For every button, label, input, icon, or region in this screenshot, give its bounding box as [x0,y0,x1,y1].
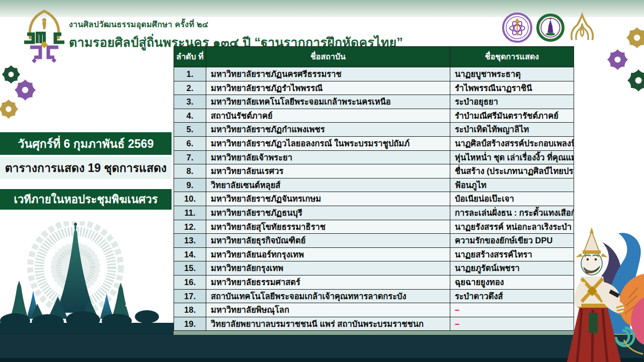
no-cell: 14. [174,247,206,261]
table-row: 17.สถาบันเทคโนโลยีพระจอมเกล้าเจ้าคุณทหาร… [174,289,574,303]
schedule-table-wrap: ลำดับ ที่ ชื่อสถาบัน ชื่อชุดการแสดง 1.มห… [174,46,574,331]
bottom-dark-band [0,335,644,358]
no-cell: 10. [174,192,206,206]
no-cell: 17. [174,289,206,303]
flower-ornament-icon [606,48,629,71]
performance-cell: การละเล่นฝั่งธน : กระตั้วแทงเสือกับเพลงเ… [450,206,574,220]
no-cell: 9. [174,178,206,192]
no-cell: 5. [174,123,206,137]
table-row: 12.มหาวิทยาลัยสุโขทัยธรรมาธิราชนาฏยรังสร… [174,220,574,234]
no-cell: 8. [174,164,206,178]
no-cell: 6. [174,136,206,150]
institution-cell: วิทยาลัยพยาบาลบรมราชชนนี แพร่ สถาบันพระบ… [206,317,450,331]
festival-emblem-icon [19,8,69,66]
no-cell: 11. [174,206,206,220]
no-cell: 12. [174,220,206,234]
institution-cell: มหาวิทยาลัยธรรมศาสตร์ [206,275,450,289]
no-cell: 2. [174,81,206,95]
institution-cell: มหาวิทยาลัยราชภัฏกำแพงเพชร [206,123,450,137]
khon-dancer-illustration [549,227,644,362]
institution-cell: มหาวิทยาลัยราชภัฏนครศรีธรรมราช [206,67,450,81]
performance-cell: นาฏศิลป์สร้างสรรค์ประกอบเพลงนิราศเมืองปท… [450,136,574,150]
table-row: 15.มหาวิทยาลัยกรุงเทพนาฏยภูรัตน์เพชรา [174,261,574,276]
university-seal-green-icon [536,14,565,42]
no-cell: 3. [174,95,206,109]
table-row: 14.มหาวิทยาลัยนอร์ทกรุงเทพนาฏยสร้างสรรค์… [174,247,574,261]
table-row: 4.สถาบันรัชต์ภาคย์รำบำมณีศรีมันตรารัชต์ภ… [174,109,574,123]
institution-cell: วิทยาลัยเซนต์หลุยส์ [206,178,450,192]
university-seal-purple-icon [502,13,532,43]
gold-crown-emblem-icon [569,12,596,43]
col-header-institution: ชื่อสถาบัน [206,47,450,67]
venue-banner: เวทีภายในหอประชุมพิฆเนศวร [0,189,172,210]
institution-cell: มหาวิทยาลัยเจ้าพระยา [206,150,450,164]
poster-page: งานศิลปวัฒนธรรมอุดมศึกษา ครั้งที่ ๒๔ ตาม… [0,0,644,362]
flower-ornament-icon [0,99,19,120]
performance-cell: ชื่นสร้าง (ประเภทนาฏศิลป์ไทยประยุกต์) [450,164,574,178]
seal-row [502,12,596,43]
table-row: 13.มหาวิทยาลัยธุรกิจบัณฑิตย์ความรักของยั… [174,234,574,248]
performance-cell: นาฏยบูชาพระธาตุ [450,67,574,81]
table-row: 8.มหาวิทยาลัยนเรศวรชื่นสร้าง (ประเภทนาฏศ… [174,164,574,178]
performance-cell: ป๋อเนียน่อเป๊ะเจา [450,192,574,206]
institution-cell: มหาวิทยาลัยเทคโนโลยีพระจอมเกล้าพระนครเหน… [206,95,450,109]
table-row: 19.วิทยาลัยพยาบาลบรมราชชนนี แพร่ สถาบันพ… [174,317,574,331]
institution-cell: มหาวิทยาลัยนอร์ทกรุงเทพ [206,247,450,261]
no-cell: 7. [174,150,206,164]
table-row: 16.มหาวิทยาลัยธรรมศาสตร์ฉุยฉายยูงทอง [174,275,574,289]
institution-cell: สถาบันรัชต์ภาคย์ [206,109,450,123]
table-row: 2.มหาวิทยาลัยราชภัฏรำไพพรรณีรำไพพรรณีนาฏ… [174,81,574,95]
show-count-banner: ตารางการแสดง 19 ชุดการแสดง [0,157,172,179]
institution-cell: มหาวิทยาลัยสุโขทัยธรรมาธิราช [206,220,450,234]
flower-ornament-icon [625,26,644,49]
no-cell: 4. [174,109,206,123]
institution-cell: มหาวิทยาลัยราชภัฏจันทรเกษม [206,192,450,206]
table-row: 3.มหาวิทยาลัยเทคโนโลยีพระจอมเกล้าพระนครเ… [174,95,574,109]
table-row: 5.มหาวิทยาลัยราชภัฏกำแพงเพชรระบำเทิดไท้พ… [174,123,574,137]
performance-cell: ระบำเทิดไท้พญาลิไท [450,123,574,137]
date-banner: วันศุกร์ที่ 6 กุมภาพันธ์ 2569 [0,132,172,155]
institution-cell: มหาวิทยาลัยกรุงเทพ [206,261,450,276]
institution-cell: มหาวิทยาลัยธุรกิจบัณฑิตย์ [206,234,450,248]
table-row: 9.วิทยาลัยเซนต์หลุยส์ฟ้อนภูไท [174,178,574,192]
no-cell: 15. [174,261,206,276]
no-cell: 13. [174,234,206,248]
table-row: 11.มหาวิทยาลัยราชภัฏธนบุรีการละเล่นฝั่งธ… [174,206,574,220]
col-header-no: ลำดับ ที่ [174,47,206,67]
table-row: 10.มหาวิทยาลัยราชภัฏจันทรเกษมป๋อเนียน่อเ… [174,192,574,206]
table-row: 6.มหาวิทยาลัยราชภัฏวไลยอลงกรณ์ ในพระบรมร… [174,136,574,150]
bottom-edge-strip [0,358,644,362]
wat-arun-silhouette [0,221,174,335]
institution-cell: สถาบันเทคโนโลยีพระจอมเกล้าเจ้าคุณทหารลาด… [206,289,450,303]
no-cell: 19. [174,317,206,331]
no-cell: 18. [174,303,206,317]
col-header-performance: ชื่อชุดการแสดง [450,47,574,67]
event-title-line1: งานศิลปวัฒนธรรมอุดมศึกษา ครั้งที่ ๒๔ [69,18,403,31]
flower-ornament-icon [626,68,644,93]
institution-cell: มหาวิทยาลัยราชภัฏธนบุรี [206,206,450,220]
dancer-figure [567,227,624,362]
no-cell: 16. [174,275,206,289]
schedule-table: ลำดับ ที่ ชื่อสถาบัน ชื่อชุดการแสดง 1.มห… [174,46,574,331]
table-row: 18.มหาวิทยาลัยพิษณุโลก– [174,303,574,317]
institution-cell: มหาวิทยาลัยราชภัฏรำไพพรรณี [206,81,450,95]
performance-cell: รำบำมณีศรีมันตรารัชต์ภาคย์ [450,109,574,123]
performance-cell: ระบำอยุธยา [450,95,574,109]
institution-cell: มหาวิทยาลัยราชภัฏวไลยอลงกรณ์ ในพระบรมราช… [206,136,450,150]
performance-cell: หุ่นไหหน่ำ ชุด เล่าเรื่องงิ้ว ที่คุณแม่ช… [450,150,574,164]
schedule-table-body: 1.มหาวิทยาลัยราชภัฏนครศรีธรรมราชนาฏยบูชา… [174,67,574,331]
institution-cell: มหาวิทยาลัยพิษณุโลก [206,303,450,317]
table-row: 1.มหาวิทยาลัยราชภัฏนครศรีธรรมราชนาฏยบูชา… [174,67,574,81]
performance-cell: ฟ้อนภูไท [450,178,574,192]
performance-cell: รำไพพรรณีนาฏราชินี [450,81,574,95]
table-header-row: ลำดับ ที่ ชื่อสถาบัน ชื่อชุดการแสดง [174,47,574,67]
institution-cell: มหาวิทยาลัยนเรศวร [206,164,450,178]
no-cell: 1. [174,67,206,81]
table-row: 7.มหาวิทยาลัยเจ้าพระยาหุ่นไหหน่ำ ชุด เล่… [174,150,574,164]
